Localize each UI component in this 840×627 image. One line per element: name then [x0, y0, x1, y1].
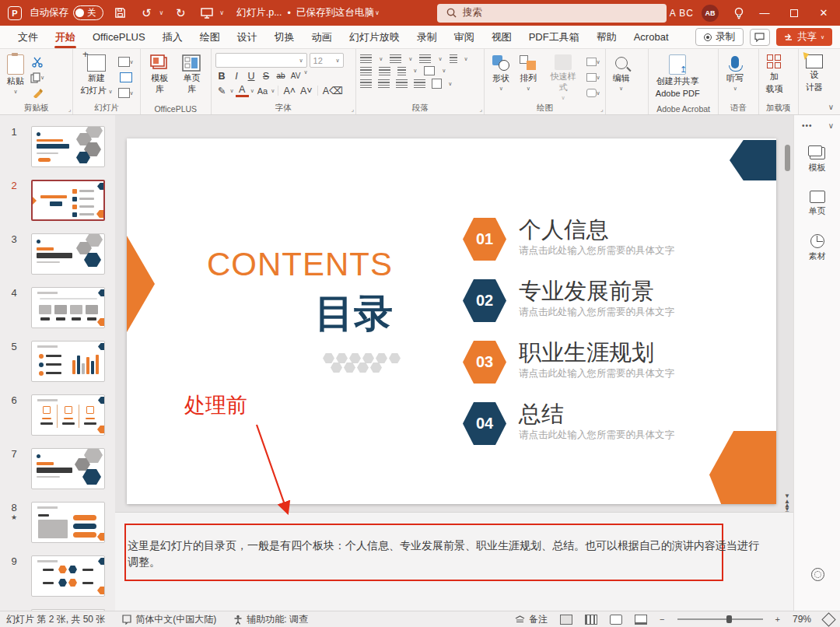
slide-thumbnail-5[interactable] [31, 341, 105, 382]
shape-outline-button[interactable]: ∨ [586, 71, 601, 84]
share-button[interactable]: 共享 ∨ [776, 28, 832, 46]
text-direction-dropdown-icon[interactable]: ∨ [442, 68, 446, 74]
single-page-library-button[interactable]: 单页库 [177, 53, 206, 96]
slide-title-text[interactable]: 目录 [197, 288, 393, 340]
bullets-icon[interactable] [360, 54, 372, 63]
scrollbar-thumb[interactable] [785, 145, 790, 171]
format-painter-button[interactable] [30, 86, 45, 100]
toc-item-4[interactable]: 04 总结 请点击此处输入您所需要的具体文字 [463, 402, 766, 445]
font-name-combobox[interactable]: ∨ [215, 53, 307, 68]
accessibility-button[interactable]: 辅助功能: 调查 [233, 613, 308, 626]
line-spacing-dropdown-icon[interactable]: ∨ [438, 56, 442, 62]
sidebar-collapse-icon[interactable]: ∨ [828, 121, 834, 130]
font-color-dropdown-icon[interactable]: ∨ [250, 88, 254, 94]
clear-formatting-button[interactable]: A⌫ [321, 84, 345, 97]
clipboard-dialog-launcher[interactable]: ⌟ [68, 106, 72, 113]
font-dialog-launcher[interactable]: ⌟ [351, 106, 354, 113]
tab-home[interactable]: 开始 [47, 26, 84, 49]
change-case-dropdown-icon[interactable]: ∨ [271, 88, 275, 94]
slide-thumbnail-2-selected[interactable] [31, 180, 105, 221]
numbering-dropdown-icon[interactable]: ∨ [408, 56, 412, 62]
slide-thumbnail-panel[interactable]: 1 2 [0, 115, 115, 611]
paste-button[interactable]: 粘贴 ∨ [4, 53, 27, 97]
sidebar-item-assets[interactable]: 素材 [794, 234, 840, 262]
addins-button[interactable]: 加 载项 [763, 53, 786, 96]
highlight-color-button[interactable]: ✎ [215, 84, 229, 97]
user-avatar[interactable]: AB [702, 5, 719, 22]
font-color-button[interactable]: A [236, 84, 249, 97]
slide-counter[interactable]: 幻灯片 第 2 张, 共 50 张 [6, 613, 105, 626]
settings-gear-icon[interactable] [811, 568, 824, 581]
bold-button[interactable]: B [215, 69, 229, 82]
document-title[interactable]: 幻灯片.p... • 已保存到这台电脑 ∨ [236, 6, 380, 19]
tab-help[interactable]: 帮助 [588, 26, 625, 49]
reset-slide-button[interactable] [118, 71, 134, 84]
notes-toggle-button[interactable]: 备注 [515, 613, 548, 626]
strikethrough-button[interactable]: S [260, 69, 273, 82]
more-options-button[interactable]: ••• [802, 121, 813, 130]
dictate-button[interactable]: 听写 ∨ [723, 53, 747, 94]
tab-draw[interactable]: 绘图 [191, 26, 229, 49]
lightbulb-icon[interactable] [730, 5, 748, 22]
drawing-dialog-launcher[interactable]: ⌟ [600, 106, 604, 113]
notes-pane[interactable]: 这里是幻灯片的目录页，一般是有四个板块：个人信息、专业发展前景、职业生涯规划、总… [115, 512, 793, 611]
tab-transitions[interactable]: 切换 [266, 26, 303, 49]
quick-access-dropdown-icon[interactable]: ∨ [219, 9, 224, 16]
slide-thumbnail-8[interactable] [31, 502, 105, 543]
cut-button[interactable] [30, 55, 45, 68]
comments-button[interactable] [750, 29, 770, 46]
notes-text[interactable]: 这里是幻灯片的目录页，一般是有四个板块：个人信息、专业发展前景、职业生涯规划、总… [128, 538, 762, 570]
start-slideshow-button[interactable] [198, 5, 216, 22]
tab-animations[interactable]: 动画 [303, 26, 341, 49]
zoom-out-button[interactable]: − [660, 615, 664, 624]
slide-thumbnail-4[interactable] [31, 287, 105, 328]
highlight-dropdown-icon[interactable]: ∨ [230, 88, 234, 94]
grow-font-button[interactable]: A˄ [282, 84, 297, 97]
tab-pdf-toolbox[interactable]: PDF工具箱 [520, 26, 588, 49]
undo-button[interactable]: ↺ [138, 5, 156, 22]
tab-officeplus[interactable]: OfficePLUS [84, 26, 154, 49]
new-slide-button[interactable]: 新建 幻灯片 ∨ [77, 53, 115, 98]
bullets-dropdown-icon[interactable]: ∨ [379, 56, 383, 62]
slide-editing-surface[interactable]: CONTENTS 目录 01 个人信息 请点击此处输入您所需要的具体文字 0 [127, 138, 776, 504]
designer-button[interactable]: 设 计器 [803, 53, 826, 95]
align-center-icon[interactable] [378, 79, 390, 88]
save-button[interactable] [111, 5, 130, 22]
slide-eyebrow-text[interactable]: CONTENTS [197, 246, 393, 283]
slide-layout-button[interactable]: ∨ [118, 55, 134, 68]
smartart-dropdown-icon[interactable]: ∨ [448, 81, 452, 87]
search-input[interactable]: 搜索 [437, 4, 667, 23]
align-right-icon[interactable] [396, 79, 408, 88]
section-button[interactable]: ∨ [118, 86, 134, 100]
paragraph-dialog-launcher[interactable]: ⌟ [480, 106, 483, 113]
columns-icon[interactable] [397, 67, 406, 75]
tab-view[interactable]: 视图 [483, 26, 520, 49]
tab-acrobat[interactable]: Acrobat [625, 26, 677, 49]
slide-thumbnail-7[interactable] [31, 448, 105, 489]
slideshow-view-button[interactable] [635, 615, 647, 625]
tab-file[interactable]: 文件 [9, 26, 47, 49]
underline-button[interactable]: U [245, 69, 258, 82]
minimize-button[interactable]: — [751, 2, 778, 25]
toc-item-3[interactable]: 03 职业生涯规划 请点击此处输入您所需要的具体文字 [463, 341, 766, 384]
slide-thumbnail-1[interactable] [31, 126, 105, 167]
vertical-scrollbar[interactable]: ▼ ▲▲ ▼▼ [782, 140, 792, 515]
italic-button[interactable]: I [230, 69, 243, 82]
shape-fill-button[interactable]: ∨ [586, 55, 601, 68]
decrease-indent-icon[interactable] [360, 67, 372, 75]
shadow-button[interactable]: ab [275, 69, 288, 82]
shrink-font-button[interactable]: A˅ [299, 84, 314, 97]
zoom-slider[interactable] [677, 618, 763, 620]
copy-button[interactable]: ∨ [30, 71, 45, 84]
maximize-button[interactable] [781, 2, 807, 25]
sidebar-item-template[interactable]: 模板 [794, 147, 840, 173]
character-spacing-button[interactable]: AV [289, 69, 303, 82]
toc-item-1[interactable]: 01 个人信息 请点击此处输入您所需要的具体文字 [463, 218, 766, 261]
shapes-button[interactable]: 形状 ∨ [488, 53, 513, 94]
fit-slide-to-window-button[interactable] [821, 612, 835, 626]
zoom-in-button[interactable]: + [775, 615, 780, 624]
sort-dropdown-icon[interactable]: ∨ [464, 56, 468, 62]
redo-button[interactable]: ↻ [171, 5, 190, 22]
collapse-ribbon-icon[interactable]: ∨ [828, 103, 834, 111]
convert-smartart-icon[interactable] [432, 79, 442, 89]
